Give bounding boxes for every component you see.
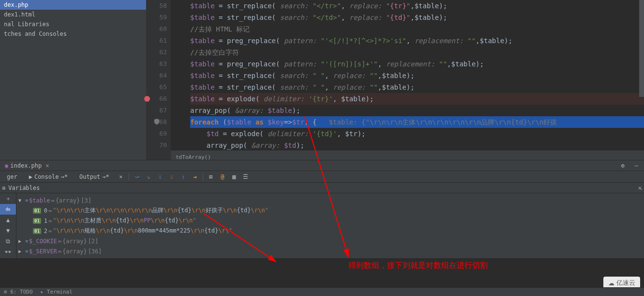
list-icon[interactable]: ☰ bbox=[241, 172, 251, 182]
array-icon: ≡ bbox=[25, 238, 28, 244]
terminal-tab[interactable]: ▸ Terminal bbox=[41, 289, 73, 295]
console-icon: ▶ bbox=[29, 173, 32, 180]
debug-panel: ◉ index.php × ⚙ — ger ▶ Console →* Outpu… bbox=[0, 160, 644, 258]
breakpoint-icon[interactable] bbox=[144, 96, 150, 102]
cloud-icon: ☁ bbox=[608, 280, 614, 287]
code-line: $table = explode( delimiter: '{tr}', $ta… bbox=[190, 93, 644, 105]
expand-icon[interactable]: ▶ bbox=[18, 238, 24, 244]
output-tab[interactable]: Output →* bbox=[75, 172, 114, 182]
array-icon: ≡ bbox=[25, 198, 28, 203]
close-icon[interactable]: × bbox=[45, 162, 49, 169]
gear-icon[interactable]: ⚙ bbox=[618, 161, 628, 171]
code-line: //去掉空白字符 bbox=[190, 47, 644, 58]
run-to-cursor-icon[interactable]: ⇥ bbox=[190, 172, 200, 182]
variables-tree[interactable]: ▼ ≡ $table = {array} [3] 01 0 = "\r\n\r\… bbox=[16, 193, 644, 258]
debugger-tab[interactable]: ger bbox=[2, 172, 22, 182]
tree-row-item[interactable]: 01 0 = "\r\n\r\n主体\r\n\r\n\r\n\r\n品牌\r\n… bbox=[18, 205, 642, 216]
remove-watch-icon[interactable]: de bbox=[0, 204, 16, 215]
console-tab[interactable]: ▶ Console →* bbox=[24, 172, 73, 182]
todo-tab[interactable]: ≡ 6: TODO bbox=[4, 289, 33, 295]
variables-header: ≡ Variables ⇱ bbox=[0, 183, 644, 193]
code-line: $table = str_replace( search: " ", repla… bbox=[190, 70, 644, 81]
step-into-my-icon[interactable]: ⇩ bbox=[155, 172, 165, 182]
code-editor[interactable]: $table = str_replace( search: "</tr>", r… bbox=[171, 0, 644, 160]
step-into-icon[interactable]: ↘ bbox=[144, 172, 153, 182]
annotation-text: 得到数组，接下刘就是对数组在进行切割 bbox=[348, 261, 488, 271]
tree-row-server[interactable]: ▶ ≡ $_SERVER = {array} [36] bbox=[18, 246, 642, 256]
shield-icon bbox=[153, 118, 160, 125]
scrollbar[interactable] bbox=[639, 0, 644, 97]
code-line: $table = preg_replace( pattern: "'<[/!]*… bbox=[190, 35, 644, 47]
down-icon[interactable]: ▼ bbox=[0, 225, 16, 236]
tree-row-item[interactable]: 01 1 = "\r\n\r\n主材质\r\n{td}\r\nPP\r\n{td… bbox=[18, 216, 642, 226]
index-badge: 01 bbox=[33, 208, 41, 214]
expand-icon[interactable]: ▶ bbox=[18, 249, 24, 254]
minimize-icon[interactable]: — bbox=[631, 161, 641, 171]
code-line: $td = explode( delimiter: '{td}', $tr); bbox=[190, 128, 644, 140]
close-icon[interactable]: × bbox=[116, 172, 126, 182]
sidebar-item-scratches[interactable]: tches and Consoles bbox=[0, 29, 146, 39]
index-badge: 01 bbox=[33, 218, 41, 224]
step-over-icon[interactable]: ⤻ bbox=[132, 172, 142, 182]
code-line: $table = preg_replace( pattern: "'([rn])… bbox=[190, 58, 644, 70]
variable-controls: ＋ de ▲ ▼ ⧉ 👓 bbox=[0, 193, 16, 258]
debug-tab-bar: ◉ index.php × ⚙ — bbox=[0, 160, 644, 171]
breadcrumb[interactable]: tdToArray() bbox=[171, 150, 644, 160]
tree-row-root[interactable]: ▼ ≡ $table = {array} [3] bbox=[18, 195, 642, 205]
step-out-icon[interactable]: ⇧ bbox=[179, 172, 188, 182]
code-line-current: foreach ($table as $key=>$tr) { $table: … bbox=[190, 116, 644, 128]
code-line: $table = str_replace( search: " ", repla… bbox=[190, 81, 644, 93]
code-line: //去掉 HTML 标记 bbox=[190, 23, 644, 35]
table-icon[interactable]: ▦ bbox=[229, 172, 239, 182]
expand-icon[interactable]: ⇱ bbox=[639, 185, 642, 191]
glasses-icon[interactable]: 👓 bbox=[0, 247, 16, 257]
menu-icon[interactable]: ≡ bbox=[2, 185, 5, 191]
array-icon: ≡ bbox=[25, 249, 28, 254]
editor-gutter: 58 59 60 61 62 63 64 65 66 67 68 69 70 bbox=[147, 0, 171, 160]
debug-tab-file[interactable]: ◉ index.php × bbox=[0, 161, 54, 171]
code-line: array_pop( &array: $table); bbox=[190, 105, 644, 116]
footer-bar: ≡ 6: TODO ▸ Terminal bbox=[0, 287, 644, 296]
sidebar-item-libraries[interactable]: nal Libraries bbox=[0, 19, 146, 29]
sidebar-item-file[interactable]: dex.php bbox=[0, 0, 146, 10]
force-step-icon[interactable]: ⇩ bbox=[167, 172, 177, 182]
code-line: array_pop( &array: $td); bbox=[190, 140, 644, 151]
add-watch-icon[interactable]: ＋ bbox=[0, 193, 16, 204]
index-badge: 01 bbox=[33, 228, 41, 234]
evaluate-icon[interactable]: ⊞ bbox=[206, 172, 216, 182]
debug-toolbar: ger ▶ Console →* Output →* × ⤻ ↘ ⇩ ⇩ ⇧ ⇥… bbox=[0, 171, 644, 183]
tree-row-item[interactable]: 01 2 = "\r\n\r\n规格\r\n{td}\r\n800mm*445m… bbox=[18, 226, 642, 236]
tree-row-cookie[interactable]: ▶ ≡ $_COOKIE = {array} [2] bbox=[18, 236, 642, 246]
project-sidebar[interactable]: dex.php dex1.html nal Libraries tches an… bbox=[0, 0, 147, 160]
code-line: $table = str_replace( search: "</tr>", r… bbox=[190, 0, 644, 12]
php-icon: ◉ bbox=[5, 162, 8, 169]
sidebar-item-file[interactable]: dex1.html bbox=[0, 10, 146, 19]
at-icon[interactable]: @ bbox=[218, 172, 227, 182]
up-icon[interactable]: ▲ bbox=[0, 215, 16, 225]
collapse-icon[interactable]: ▼ bbox=[18, 198, 24, 203]
code-line: $table = str_replace( search: "</td>", r… bbox=[190, 12, 644, 23]
copy-icon[interactable]: ⧉ bbox=[0, 236, 16, 247]
